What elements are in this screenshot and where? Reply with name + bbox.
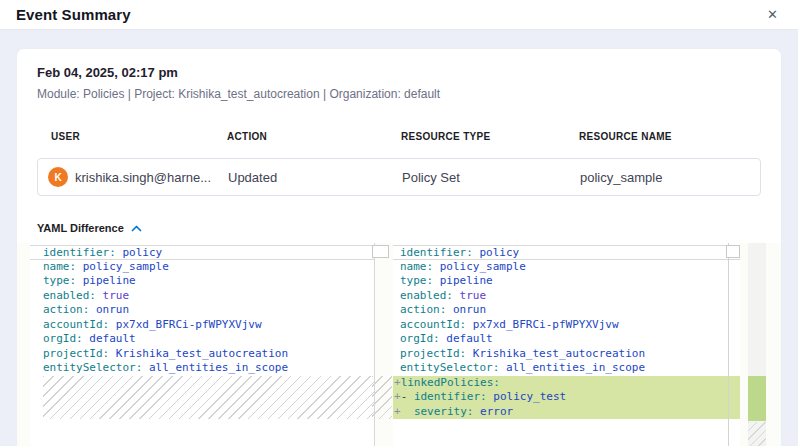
diff-pane-new[interactable]: identifier: policyname: policy_sampletyp… (393, 243, 740, 446)
code-line: identifier: policy (393, 245, 740, 260)
code-line: identifier: policy (30, 245, 374, 260)
action-cell: Updated (228, 170, 402, 185)
code-line: enabled: true (30, 289, 374, 304)
diff-overview-ruler[interactable] (748, 243, 766, 446)
yaml-diff-viewer: identifier: policyname: policy_sampletyp… (17, 243, 781, 446)
code-line: type: pipeline (30, 274, 374, 289)
audit-table-header: USER ACTION RESOURCE TYPE RESOURCE NAME (37, 131, 761, 142)
code-line: accountId: px7xd_BFRCi-pfWPYXVjvw (30, 318, 374, 333)
column-header-resource-name: RESOURCE NAME (579, 131, 761, 142)
code-line: orgId: default (393, 332, 740, 347)
code-line: name: policy_sample (30, 260, 374, 275)
code-line: projectId: Krishika_test_autocreation (30, 347, 374, 362)
ruler-hatch (748, 422, 766, 446)
collapsed-lines-hatch (43, 376, 375, 420)
code-line: accountId: px7xd_BFRCi-pfWPYXVjvw (393, 318, 740, 333)
user-email: krishika.singh@harne... (75, 170, 211, 185)
code-line: type: pipeline (393, 274, 740, 289)
event-summary-card: Feb 04, 2025, 02:17 pm Module: Policies … (16, 48, 782, 446)
chevron-up-icon (131, 225, 142, 232)
column-header-action: ACTION (227, 131, 401, 142)
page-title: Event Summary (16, 6, 131, 23)
scrollbar-corner (726, 245, 740, 258)
yaml-difference-toggle[interactable]: YAML Difference (37, 222, 761, 234)
event-date: Feb 04, 2025, 02:17 pm (37, 65, 761, 80)
code-line: + severity: error (393, 405, 740, 420)
code-line: projectId: Krishika_test_autocreation (393, 347, 740, 362)
resource-name-cell: policy_sample (580, 170, 760, 185)
code-line: orgId: default (30, 332, 374, 347)
resource-type-cell: Policy Set (402, 170, 580, 185)
code-line: +linkedPolicies: (393, 376, 740, 391)
column-header-resource-type: RESOURCE TYPE (401, 131, 579, 142)
event-meta: Module: Policies | Project: Krishika_tes… (37, 87, 761, 101)
modal-body: Feb 04, 2025, 02:17 pm Module: Policies … (0, 30, 798, 446)
code-line: action: onrun (393, 303, 740, 318)
table-row: K krishika.singh@harne... Updated Policy… (37, 158, 761, 196)
diff-gutter-hatch (372, 376, 392, 420)
close-icon[interactable]: ✕ (763, 6, 782, 23)
avatar: K (48, 167, 68, 187)
code-line: enabled: true (393, 289, 740, 304)
user-cell: K krishika.singh@harne... (38, 167, 228, 187)
code-line: entitySelector: all_entities_in_scope (393, 361, 740, 376)
diff-pane-old[interactable]: identifier: policyname: policy_sampletyp… (30, 243, 375, 446)
code-line: action: onrun (30, 303, 374, 318)
modal-header: Event Summary ✕ (0, 0, 798, 30)
diff-gutter-corner (372, 245, 389, 258)
added-change-marker (748, 376, 766, 422)
scrollbar-track-line (728, 243, 729, 446)
code-line: entitySelector: all_entities_in_scope (30, 361, 374, 376)
code-line: +- identifier: policy_test (393, 390, 740, 405)
yaml-difference-label: YAML Difference (37, 222, 124, 234)
column-header-user: USER (37, 131, 227, 142)
code-line: name: policy_sample (393, 260, 740, 275)
